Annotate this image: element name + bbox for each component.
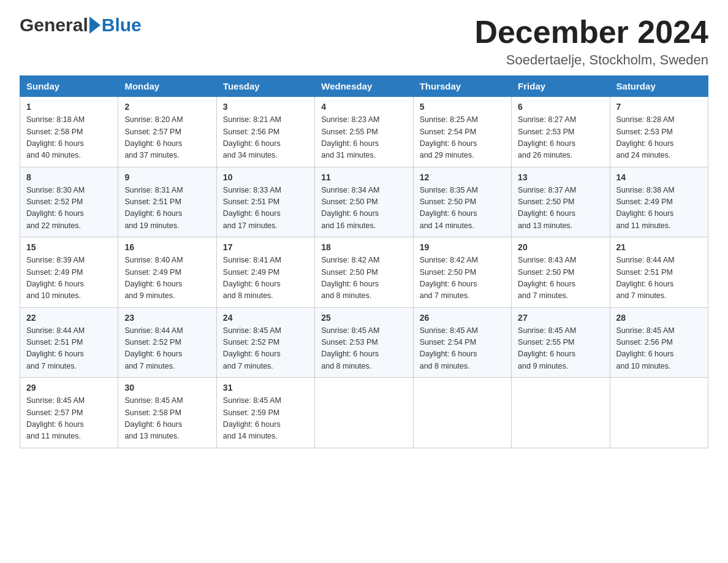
day-info: Sunrise: 8:34 AMSunset: 2:50 PMDaylight:…	[321, 185, 406, 232]
table-row: 10Sunrise: 8:33 AMSunset: 2:51 PMDayligh…	[216, 167, 314, 237]
day-number: 30	[124, 383, 210, 393]
table-row: 31Sunrise: 8:45 AMSunset: 2:59 PMDayligh…	[216, 378, 314, 448]
day-info: Sunrise: 8:41 AMSunset: 2:49 PMDaylight:…	[223, 255, 308, 302]
table-row	[315, 378, 413, 448]
table-row: 9Sunrise: 8:31 AMSunset: 2:51 PMDaylight…	[118, 167, 216, 237]
day-number: 28	[616, 313, 702, 323]
day-number: 11	[321, 172, 406, 182]
table-row: 13Sunrise: 8:37 AMSunset: 2:50 PMDayligh…	[512, 167, 610, 237]
day-number: 18	[321, 242, 406, 252]
day-info: Sunrise: 8:45 AMSunset: 2:58 PMDaylight:…	[124, 395, 210, 443]
day-number: 12	[420, 172, 505, 182]
day-info: Sunrise: 8:25 AMSunset: 2:54 PMDaylight:…	[420, 114, 505, 162]
table-row: 30Sunrise: 8:45 AMSunset: 2:58 PMDayligh…	[118, 378, 216, 448]
table-row: 26Sunrise: 8:45 AMSunset: 2:54 PMDayligh…	[413, 307, 511, 378]
day-info: Sunrise: 8:30 AMSunset: 2:52 PMDaylight:…	[26, 185, 112, 232]
table-row: 15Sunrise: 8:39 AMSunset: 2:49 PMDayligh…	[20, 237, 118, 308]
table-row: 11Sunrise: 8:34 AMSunset: 2:50 PMDayligh…	[315, 167, 413, 237]
table-row: 4Sunrise: 8:23 AMSunset: 2:55 PMDaylight…	[315, 97, 413, 167]
page-header: General Blue December 2024 Soedertaelje,…	[20, 15, 708, 68]
table-row: 24Sunrise: 8:45 AMSunset: 2:52 PMDayligh…	[216, 307, 314, 378]
table-row: 6Sunrise: 8:27 AMSunset: 2:53 PMDaylight…	[512, 97, 610, 167]
table-row: 2Sunrise: 8:20 AMSunset: 2:57 PMDaylight…	[118, 97, 216, 167]
table-row: 3Sunrise: 8:21 AMSunset: 2:56 PMDaylight…	[216, 97, 314, 167]
day-number: 3	[223, 102, 308, 112]
day-info: Sunrise: 8:44 AMSunset: 2:51 PMDaylight:…	[26, 325, 112, 373]
day-info: Sunrise: 8:45 AMSunset: 2:57 PMDaylight:…	[26, 395, 112, 443]
day-info: Sunrise: 8:28 AMSunset: 2:53 PMDaylight:…	[616, 114, 702, 162]
table-row: 17Sunrise: 8:41 AMSunset: 2:49 PMDayligh…	[216, 237, 314, 308]
day-info: Sunrise: 8:43 AMSunset: 2:50 PMDaylight:…	[518, 255, 603, 302]
table-row: 21Sunrise: 8:44 AMSunset: 2:51 PMDayligh…	[610, 237, 708, 308]
logo-blue-text: Blue	[102, 15, 142, 36]
week-row-5: 29Sunrise: 8:45 AMSunset: 2:57 PMDayligh…	[20, 378, 708, 448]
table-row: 20Sunrise: 8:43 AMSunset: 2:50 PMDayligh…	[512, 237, 610, 308]
logo-area: General Blue	[20, 15, 142, 36]
svg-marker-0	[89, 17, 100, 34]
day-number: 17	[223, 242, 308, 252]
header-thursday: Thursday	[413, 76, 511, 97]
table-row: 8Sunrise: 8:30 AMSunset: 2:52 PMDaylight…	[20, 167, 118, 237]
day-number: 19	[420, 242, 505, 252]
table-row	[610, 378, 708, 448]
logo-arrow-icon	[89, 17, 100, 34]
day-number: 15	[26, 242, 112, 252]
table-row: 29Sunrise: 8:45 AMSunset: 2:57 PMDayligh…	[20, 378, 118, 448]
day-info: Sunrise: 8:45 AMSunset: 2:54 PMDaylight:…	[420, 325, 505, 373]
table-row: 23Sunrise: 8:44 AMSunset: 2:52 PMDayligh…	[118, 307, 216, 378]
table-row: 7Sunrise: 8:28 AMSunset: 2:53 PMDaylight…	[610, 97, 708, 167]
day-info: Sunrise: 8:31 AMSunset: 2:51 PMDaylight:…	[124, 185, 210, 232]
week-row-3: 15Sunrise: 8:39 AMSunset: 2:49 PMDayligh…	[20, 237, 708, 308]
day-number: 5	[420, 102, 505, 112]
day-info: Sunrise: 8:39 AMSunset: 2:49 PMDaylight:…	[26, 255, 112, 302]
title-area: December 2024 Soedertaelje, Stockholm, S…	[474, 15, 708, 68]
day-info: Sunrise: 8:20 AMSunset: 2:57 PMDaylight:…	[124, 114, 210, 162]
table-row: 16Sunrise: 8:40 AMSunset: 2:49 PMDayligh…	[118, 237, 216, 308]
day-number: 9	[124, 172, 210, 182]
day-number: 4	[321, 102, 406, 112]
week-row-4: 22Sunrise: 8:44 AMSunset: 2:51 PMDayligh…	[20, 307, 708, 378]
day-info: Sunrise: 8:38 AMSunset: 2:49 PMDaylight:…	[616, 185, 702, 232]
table-row: 18Sunrise: 8:42 AMSunset: 2:50 PMDayligh…	[315, 237, 413, 308]
header-tuesday: Tuesday	[216, 76, 314, 97]
month-title: December 2024	[474, 15, 708, 50]
day-number: 14	[616, 172, 702, 182]
day-number: 31	[223, 383, 308, 393]
day-info: Sunrise: 8:18 AMSunset: 2:58 PMDaylight:…	[26, 114, 112, 162]
day-number: 23	[124, 313, 210, 323]
week-row-2: 8Sunrise: 8:30 AMSunset: 2:52 PMDaylight…	[20, 167, 708, 237]
day-info: Sunrise: 8:44 AMSunset: 2:51 PMDaylight:…	[616, 255, 702, 302]
header-friday: Friday	[512, 76, 610, 97]
table-row	[512, 378, 610, 448]
day-number: 22	[26, 313, 112, 323]
calendar-table: Sunday Monday Tuesday Wednesday Thursday…	[20, 75, 708, 448]
table-row: 5Sunrise: 8:25 AMSunset: 2:54 PMDaylight…	[413, 97, 511, 167]
table-row: 14Sunrise: 8:38 AMSunset: 2:49 PMDayligh…	[610, 167, 708, 237]
day-info: Sunrise: 8:21 AMSunset: 2:56 PMDaylight:…	[223, 114, 308, 162]
table-row: 1Sunrise: 8:18 AMSunset: 2:58 PMDaylight…	[20, 97, 118, 167]
day-info: Sunrise: 8:42 AMSunset: 2:50 PMDaylight:…	[321, 255, 406, 302]
day-info: Sunrise: 8:45 AMSunset: 2:59 PMDaylight:…	[223, 395, 308, 443]
table-row	[413, 378, 511, 448]
day-number: 2	[124, 102, 210, 112]
logo-general-text: General	[20, 15, 88, 36]
header-monday: Monday	[118, 76, 216, 97]
table-row: 25Sunrise: 8:45 AMSunset: 2:53 PMDayligh…	[315, 307, 413, 378]
day-number: 24	[223, 313, 308, 323]
day-info: Sunrise: 8:45 AMSunset: 2:55 PMDaylight:…	[518, 325, 603, 373]
table-row: 28Sunrise: 8:45 AMSunset: 2:56 PMDayligh…	[610, 307, 708, 378]
day-number: 21	[616, 242, 702, 252]
day-info: Sunrise: 8:45 AMSunset: 2:56 PMDaylight:…	[616, 325, 702, 373]
day-info: Sunrise: 8:40 AMSunset: 2:49 PMDaylight:…	[124, 255, 210, 302]
day-number: 8	[26, 172, 112, 182]
day-number: 27	[518, 313, 603, 323]
day-info: Sunrise: 8:35 AMSunset: 2:50 PMDaylight:…	[420, 185, 505, 232]
table-row: 22Sunrise: 8:44 AMSunset: 2:51 PMDayligh…	[20, 307, 118, 378]
day-number: 29	[26, 383, 112, 393]
day-number: 26	[420, 313, 505, 323]
day-info: Sunrise: 8:42 AMSunset: 2:50 PMDaylight:…	[420, 255, 505, 302]
day-number: 20	[518, 242, 603, 252]
day-info: Sunrise: 8:33 AMSunset: 2:51 PMDaylight:…	[223, 185, 308, 232]
table-row: 12Sunrise: 8:35 AMSunset: 2:50 PMDayligh…	[413, 167, 511, 237]
day-number: 1	[26, 102, 112, 112]
